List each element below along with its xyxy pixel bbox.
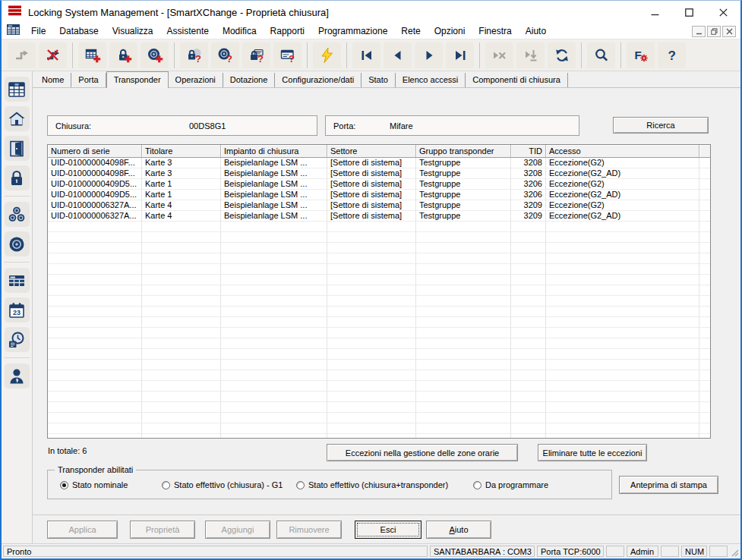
radio-stato-effettivo-chiusura-transponder[interactable]: Stato effettivo (chiusura+transponder) [296, 480, 448, 489]
tab-elenco-accessi[interactable]: Elenco accessi [396, 73, 466, 87]
read-transponder-button[interactable]: ? [211, 42, 239, 68]
maximize-button[interactable] [672, 1, 706, 24]
mdi-close-button[interactable] [722, 26, 736, 37]
table-row[interactable]: UID-01000000409D5...Karte 1Beispielanlag… [48, 179, 710, 190]
filter-settings-button[interactable]: F [627, 42, 655, 68]
tab-configurazione-dati[interactable]: Configurazione/dati [275, 73, 362, 87]
time-zone-exceptions-button[interactable]: Eccezioni nella gestione delle zone orar… [327, 444, 518, 461]
menu-aiuto[interactable]: Aiuto [519, 24, 553, 38]
column-header-settore[interactable]: Settore [327, 145, 416, 157]
sidebar-time-zone-plan-button[interactable] [5, 327, 30, 352]
previous-record-button[interactable] [384, 42, 412, 68]
radio-da-programmare-circle[interactable] [473, 481, 482, 489]
menu-modifica[interactable]: Modifica [216, 24, 264, 38]
filter-settings-icon: F [633, 47, 649, 64]
menu-finestra[interactable]: Finestra [472, 24, 518, 38]
table-row[interactable]: UID-010000004098F...Karte 3Beispielanlag… [48, 168, 710, 179]
table-row[interactable]: UID-010000006327A...Karte 4Beispielanlag… [48, 211, 710, 222]
new-locking-system-button[interactable] [78, 42, 106, 68]
table-row[interactable]: UID-010000006327A...Karte 4Beispielanlag… [48, 200, 710, 211]
menu-programmazione[interactable]: Programmazione [311, 24, 394, 38]
menu-rete[interactable]: Rete [394, 24, 427, 38]
menu-rapporti[interactable]: Rapporti [264, 24, 311, 38]
sidebar-transponder-groups-button[interactable] [5, 202, 30, 227]
first-record-button[interactable] [352, 42, 380, 68]
sidebar-transponder-button[interactable] [5, 231, 30, 256]
radio-da-programmare[interactable]: Da programmare [473, 480, 548, 489]
tab-nome[interactable]: Nome [35, 73, 71, 87]
new-lock-icon [115, 47, 132, 64]
next-record-button[interactable] [415, 42, 443, 68]
sidebar-calendar-button[interactable]: 23 [5, 297, 30, 322]
column-header-tid[interactable]: TID [511, 145, 546, 157]
last-record-button[interactable] [446, 42, 474, 68]
delete-all-exceptions-button[interactable]: Eliminare tutte le eccezioni [538, 444, 647, 461]
tab-transponder[interactable]: Transponder [106, 71, 169, 88]
radio-stato-nominale-circle[interactable] [60, 481, 68, 489]
search-button[interactable]: Ricerca [613, 117, 709, 134]
table-empty-row [48, 253, 710, 264]
mdi-minimize-button[interactable] [692, 26, 706, 37]
menu-database[interactable]: Database [52, 24, 105, 38]
close-button[interactable] [706, 1, 740, 24]
table-row[interactable]: UID-01000000409D5...Karte 1Beispielanlag… [48, 190, 710, 200]
column-header-blank[interactable] [699, 145, 711, 157]
search-button[interactable] [587, 42, 615, 68]
read-lock-button[interactable]: ? [180, 42, 208, 68]
refresh-button[interactable] [548, 42, 576, 68]
connect-button[interactable] [8, 42, 36, 68]
print-preview-button[interactable]: Anteprima di stampa [619, 476, 718, 494]
new-transponder-icon [147, 47, 163, 64]
minimize-button[interactable] [638, 1, 672, 24]
program-icon [319, 47, 336, 64]
new-lock-button[interactable] [109, 42, 137, 68]
column-header-accesso[interactable]: Accesso [546, 145, 699, 157]
program-button[interactable] [313, 42, 341, 68]
table-row[interactable]: UID-010000004098F...Karte 3Beispielanlag… [48, 158, 710, 168]
mdi-restore-button[interactable] [707, 26, 721, 37]
esci-button[interactable]: Esci [355, 521, 422, 539]
rimuovere-button[interactable]: Rimuovere [276, 521, 342, 539]
menu-assistente[interactable]: Assistente [160, 24, 216, 38]
menu-file[interactable]: File [24, 24, 52, 38]
read-lock-card-button[interactable]: ? [242, 42, 270, 68]
resize-grip[interactable] [730, 546, 739, 557]
column-header-titolare[interactable]: Titolare [142, 145, 221, 157]
tab-strip: NomePortaTransponderOperazioniDotazioneC… [33, 71, 740, 88]
radio-stato-effettivo-chiusura-transponder-circle[interactable] [296, 481, 305, 489]
tab-componenti-di-chiusura[interactable]: Componenti di chiusura [466, 73, 568, 87]
radio-stato-nominale[interactable]: Stato nominale [60, 480, 128, 489]
menu-visualizza[interactable]: Visualizza [106, 24, 160, 38]
help-button[interactable]: ? [658, 42, 686, 68]
column-header-gruppo-transponder[interactable]: Gruppo transponder [416, 145, 511, 157]
sidebar-home-button[interactable] [5, 106, 30, 131]
sidebar-separator [5, 196, 30, 197]
disconnect-button[interactable] [39, 42, 67, 68]
tab-dotazione[interactable]: Dotazione [223, 73, 276, 87]
aggiungi-button[interactable]: Aggiungi [205, 521, 270, 539]
propriet-button[interactable]: Proprietà [130, 521, 195, 539]
sidebar-locking-plan-matrix-button[interactable] [5, 77, 30, 102]
read-card-button[interactable]: ? [273, 42, 302, 68]
tab-stato[interactable]: Stato [362, 73, 396, 87]
door-field: Porta: Mifare [325, 115, 579, 136]
tab-operazioni[interactable]: Operazioni [169, 73, 223, 87]
transponder-table[interactable]: Numero di serieTitolareImpianto di chius… [47, 144, 711, 439]
sidebar-lock-button[interactable] [5, 165, 30, 190]
new-transponder-button[interactable] [141, 42, 169, 68]
sidebar-user-button[interactable] [5, 363, 30, 389]
cancel-edit-button[interactable] [485, 42, 513, 68]
door-field-value: Mifare [390, 121, 413, 131]
menu-opzioni[interactable]: Opzioni [428, 24, 472, 38]
applica-button[interactable]: Applica [47, 521, 118, 539]
sidebar-matrix-view-button[interactable] [5, 268, 30, 293]
radio-stato-effettivo-chiusura-g1-circle[interactable] [162, 481, 170, 489]
commit-edit-button[interactable] [516, 42, 545, 68]
column-header-impianto-di-chiusura[interactable]: Impianto di chiusura [221, 145, 327, 157]
tab-porta[interactable]: Porta [71, 73, 106, 87]
last-record-icon [452, 47, 469, 64]
column-header-numero-di-serie[interactable]: Numero di serie [48, 145, 142, 157]
radio-stato-effettivo-chiusura-g1[interactable]: Stato effettivo (chiusura) - G1 [162, 480, 283, 489]
aiuto-button[interactable]: Aiuto [426, 521, 491, 539]
sidebar-door-button[interactable] [5, 136, 30, 161]
